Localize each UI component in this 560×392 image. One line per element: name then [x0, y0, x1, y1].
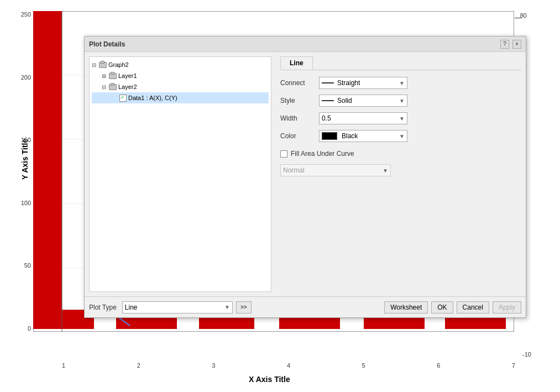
tabs-bar: Line	[280, 56, 521, 70]
bottom-right-label: -10	[522, 351, 531, 358]
expand-graph2[interactable]: ⊟	[92, 62, 98, 68]
x-label-4: 4	[287, 362, 290, 369]
fill-area-row: Fill Area Under Curve	[280, 150, 521, 158]
style-label: Style	[280, 97, 319, 104]
right-tick	[515, 18, 521, 18]
fill-area-label: Fill Area Under Curve	[291, 150, 354, 158]
connect-row: Connect Straight ▼	[280, 77, 521, 89]
worksheet-button[interactable]: Worksheet	[384, 301, 428, 313]
color-row: Color Black ▼	[280, 130, 521, 142]
y-label-150: 150	[15, 137, 31, 143]
connect-value: Straight	[337, 79, 360, 87]
tree-label-layer1: Layer1	[118, 72, 137, 79]
connect-select[interactable]: Straight ▼	[319, 77, 407, 89]
data1-icon	[118, 93, 127, 102]
x-axis-title: X Axis Title	[249, 375, 290, 384]
style-value: Solid	[337, 97, 352, 104]
x-label-5: 5	[362, 362, 365, 369]
props-panel: Line Connect Straight ▼	[276, 52, 526, 296]
layer2-icon	[108, 82, 117, 91]
y-label-200: 200	[15, 74, 31, 81]
plot-details-dialog: Plot Details ? × ⊟ Graph2 ⊞	[84, 36, 526, 318]
plot-type-arrow-icon: ▼	[224, 304, 230, 310]
x-label-1: 1	[62, 362, 65, 369]
arrows-label: >>	[240, 304, 247, 310]
y-axis-labels: 250 200 150 100 50 0	[15, 11, 31, 332]
width-value: 0.5	[322, 114, 331, 122]
connect-label: Connect	[280, 79, 319, 87]
color-select[interactable]: Black ▼	[319, 130, 407, 142]
dialog-footer: Plot Type Line ▼ >> Worksheet OK Cancel …	[85, 296, 526, 317]
normal-value: Normal	[283, 166, 305, 174]
color-swatch	[322, 132, 337, 140]
graph2-icon	[98, 60, 107, 69]
width-row: Width 0.5 ▼	[280, 112, 521, 124]
plot-type-label: Plot Type	[89, 304, 117, 311]
svg-rect-1	[33, 11, 62, 320]
tree-item-graph2[interactable]: ⊟ Graph2	[92, 59, 269, 70]
color-value: Black	[342, 132, 358, 140]
dialog-body: ⊟ Graph2 ⊞ Layer1 ⊟	[85, 52, 526, 296]
tree-panel: ⊟ Graph2 ⊞ Layer1 ⊟	[89, 56, 271, 292]
help-button[interactable]: ?	[500, 40, 509, 49]
apply-button[interactable]: Apply	[493, 301, 521, 313]
y-label-50: 50	[15, 262, 31, 269]
y-label-0: 0	[15, 325, 31, 332]
plot-type-value: Line	[125, 304, 138, 311]
expand-layer2[interactable]: ⊟	[102, 84, 108, 90]
color-arrow-icon: ▼	[399, 133, 405, 139]
width-arrow-icon: ▼	[399, 116, 405, 122]
style-row: Style Solid ▼	[280, 95, 521, 107]
x-label-2: 2	[137, 362, 140, 369]
graph-container: Y Axis Title X Axis Title 80 -10 250 200…	[0, 0, 560, 392]
width-label: Width	[280, 114, 319, 122]
tree-label-layer2: Layer2	[118, 83, 137, 90]
arrows-button[interactable]: >>	[236, 301, 252, 313]
x-label-3: 3	[212, 362, 215, 369]
width-select[interactable]: 0.5 ▼	[319, 112, 407, 124]
ok-button[interactable]: OK	[431, 301, 453, 313]
tree-item-data1[interactable]: Data1 : A(X), C(Y)	[92, 92, 269, 103]
close-button[interactable]: ×	[512, 40, 521, 49]
x-label-6: 6	[437, 362, 440, 369]
fill-area-checkbox[interactable]	[280, 150, 287, 158]
normal-select[interactable]: Normal ▼	[280, 164, 391, 176]
tree-label-graph2: Graph2	[108, 61, 129, 68]
style-arrow-icon: ▼	[399, 98, 405, 104]
connect-arrow-icon: ▼	[399, 80, 405, 86]
tab-line[interactable]: Line	[280, 56, 313, 70]
plot-type-select[interactable]: Line ▼	[122, 301, 233, 313]
normal-row: Normal ▼	[280, 164, 521, 176]
dialog-titlebar: Plot Details ? ×	[85, 36, 526, 52]
dialog-title: Plot Details	[89, 40, 125, 48]
y-label-250: 250	[15, 11, 31, 18]
tree-label-data1: Data1 : A(X), C(Y)	[128, 95, 177, 101]
color-label: Color	[280, 132, 319, 140]
style-select[interactable]: Solid ▼	[319, 95, 407, 107]
expand-layer1[interactable]: ⊞	[102, 73, 108, 79]
tree-item-layer2[interactable]: ⊟ Layer2	[92, 81, 269, 92]
normal-arrow-icon: ▼	[383, 168, 388, 174]
cancel-button[interactable]: Cancel	[457, 301, 489, 313]
layer1-icon	[108, 71, 117, 80]
tree-item-layer1[interactable]: ⊞ Layer1	[92, 70, 269, 81]
x-axis-labels: 1 2 3 4 5 6 7	[62, 362, 515, 369]
dialog-controls: ? ×	[500, 40, 521, 49]
y-label-100: 100	[15, 200, 31, 206]
x-label-7: 7	[512, 362, 515, 369]
